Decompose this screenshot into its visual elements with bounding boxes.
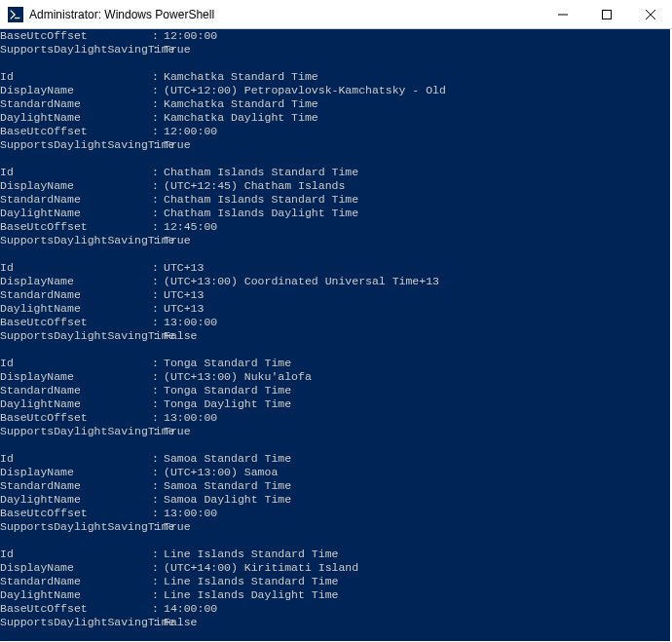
close-button[interactable] bbox=[628, 0, 672, 28]
field-value: (UTC+13:00) Coordinated Universal Time+1… bbox=[164, 275, 439, 287]
minimize-button[interactable] bbox=[541, 0, 584, 28]
zone-field-row: Id: Line Islands Standard Time bbox=[0, 548, 670, 561]
zone-field-row: SupportsDaylightSavingTime: True bbox=[0, 520, 670, 534]
terminal-output[interactable]: BaseUtcOffset: 12:00:00 SupportsDaylight… bbox=[0, 29, 670, 641]
zone-block-partial: BaseUtcOffset: 12:00:00 SupportsDaylight… bbox=[0, 29, 670, 57]
field-label: Id bbox=[0, 452, 152, 466]
field-value: 12:45:00 bbox=[164, 220, 217, 233]
zone-block: Id: Tonga Standard TimeDisplayName: (UTC… bbox=[0, 357, 670, 438]
zone-field-row: BaseUtcOffset: 13:00:00 bbox=[0, 411, 670, 425]
field-value: 13:00:00 bbox=[164, 411, 217, 424]
field-label: DisplayName bbox=[0, 466, 152, 479]
field-label: SupportsDaylightSavingTime bbox=[0, 234, 152, 247]
field-label: BaseUtcOffset bbox=[0, 125, 152, 138]
field-value: Chatham Islands Daylight Time bbox=[164, 207, 358, 219]
field-label: SupportsDaylightSavingTime bbox=[0, 43, 152, 57]
powershell-icon bbox=[8, 7, 23, 22]
field-label: StandardName bbox=[0, 479, 152, 493]
zone-field-row: SupportsDaylightSavingTime: False bbox=[0, 616, 670, 629]
field-value: Tonga Daylight Time bbox=[164, 397, 291, 410]
field-label: SupportsDaylightSavingTime bbox=[0, 616, 152, 629]
field-value: Line Islands Standard Time bbox=[164, 575, 338, 587]
zone-field-row: StandardName: UTC+13 bbox=[0, 288, 670, 302]
zone-field-row: DisplayName: (UTC+13:00) Coordinated Uni… bbox=[0, 275, 670, 288]
zone-field-row: BaseUtcOffset: 12:45:00 bbox=[0, 220, 670, 234]
zone-field-row: Id: UTC+13 bbox=[0, 261, 670, 275]
field-label: BaseUtcOffset bbox=[0, 220, 152, 234]
zone-field-row: StandardName: Line Islands Standard Time bbox=[0, 575, 670, 588]
field-value: UTC+13 bbox=[164, 302, 204, 315]
field-label: Id bbox=[0, 357, 152, 370]
zone-field-row: BaseUtcOffset: 12:00:00 bbox=[0, 125, 670, 138]
field-value: 13:00:00 bbox=[164, 316, 217, 328]
zone-field-row: Id: Kamchatka Standard Time bbox=[0, 70, 670, 84]
svg-rect-1 bbox=[602, 10, 611, 19]
zone-block: Id: Samoa Standard TimeDisplayName: (UTC… bbox=[0, 452, 670, 534]
field-label: Id bbox=[0, 166, 152, 179]
field-value: False bbox=[164, 329, 198, 342]
zone-block: Id: Chatham Islands Standard TimeDisplay… bbox=[0, 166, 670, 247]
zone-field-row: DaylightName: Samoa Daylight Time bbox=[0, 493, 670, 507]
zone-field-row: StandardName: Kamchatka Standard Time bbox=[0, 97, 670, 111]
field-label: SupportsDaylightSavingTime bbox=[0, 425, 152, 438]
field-value: Tonga Standard Time bbox=[164, 384, 291, 397]
field-value: Kamchatka Standard Time bbox=[164, 70, 318, 83]
field-value: 12:00:00 bbox=[164, 125, 217, 137]
zone-field-row: BaseUtcOffset: 13:00:00 bbox=[0, 316, 670, 329]
field-label: DaylightName bbox=[0, 302, 152, 316]
zone-block: Id: Kamchatka Standard TimeDisplayName: … bbox=[0, 70, 670, 152]
zone-block: Id: Line Islands Standard TimeDisplayNam… bbox=[0, 548, 670, 629]
field-value: Line Islands Daylight Time bbox=[164, 588, 338, 601]
field-label: DisplayName bbox=[0, 84, 152, 97]
field-value: Tonga Standard Time bbox=[164, 357, 291, 369]
field-value: Kamchatka Standard Time bbox=[164, 97, 318, 110]
field-label: DaylightName bbox=[0, 207, 152, 220]
field-value: True bbox=[164, 520, 191, 533]
field-value: UTC+13 bbox=[164, 288, 204, 301]
zone-field-row: BaseUtcOffset: 14:00:00 bbox=[0, 602, 670, 616]
zone-field-row: Id: Samoa Standard Time bbox=[0, 452, 670, 466]
window-title: Administrator: Windows PowerShell bbox=[29, 8, 541, 21]
field-label: BaseUtcOffset bbox=[0, 411, 152, 425]
field-label: DaylightName bbox=[0, 111, 152, 125]
field-value: (UTC+13:00) Samoa bbox=[164, 466, 278, 478]
zone-field-row: StandardName: Samoa Standard Time bbox=[0, 479, 670, 493]
field-value: Chatham Islands Standard Time bbox=[164, 193, 358, 206]
zone-field-row: BaseUtcOffset: 13:00:00 bbox=[0, 507, 670, 520]
field-label: BaseUtcOffset bbox=[0, 29, 152, 43]
zone-field-row: SupportsDaylightSavingTime: False bbox=[0, 329, 670, 343]
field-value: True bbox=[164, 43, 191, 56]
field-value: Chatham Islands Standard Time bbox=[164, 166, 358, 178]
field-label: Id bbox=[0, 548, 152, 561]
field-value: Line Islands Standard Time bbox=[164, 548, 338, 560]
field-label: DaylightName bbox=[0, 588, 152, 602]
zone-field-row: DaylightName: Tonga Daylight Time bbox=[0, 397, 670, 411]
zone-field-row: DaylightName: Chatham Islands Daylight T… bbox=[0, 207, 670, 220]
zone-field-row: DisplayName: (UTC+13:00) Samoa bbox=[0, 466, 670, 479]
field-label: SupportsDaylightSavingTime bbox=[0, 138, 152, 152]
field-value: (UTC+12:00) Petropavlovsk-Kamchatsky - O… bbox=[164, 84, 446, 96]
field-label: BaseUtcOffset bbox=[0, 316, 152, 329]
field-label: StandardName bbox=[0, 288, 152, 302]
field-label: StandardName bbox=[0, 575, 152, 588]
field-value: False bbox=[164, 616, 198, 628]
zone-field-row: StandardName: Chatham Islands Standard T… bbox=[0, 193, 670, 207]
field-label: Id bbox=[0, 261, 152, 275]
field-value: Kamchatka Daylight Time bbox=[164, 111, 318, 124]
zone-field-row: Id: Chatham Islands Standard Time bbox=[0, 166, 670, 179]
field-label: DisplayName bbox=[0, 179, 152, 193]
zone-field-row: DisplayName: (UTC+14:00) Kiritimati Isla… bbox=[0, 561, 670, 575]
field-value: UTC+13 bbox=[164, 261, 204, 274]
window-titlebar: Administrator: Windows PowerShell bbox=[0, 0, 672, 29]
field-label: SupportsDaylightSavingTime bbox=[0, 329, 152, 343]
maximize-button[interactable] bbox=[584, 0, 628, 28]
zone-field-row: DisplayName: (UTC+12:45) Chatham Islands bbox=[0, 179, 670, 193]
field-label: DaylightName bbox=[0, 397, 152, 411]
field-label: Id bbox=[0, 70, 152, 84]
zone-field-row: SupportsDaylightSavingTime: True bbox=[0, 138, 670, 152]
field-label: BaseUtcOffset bbox=[0, 507, 152, 520]
zone-field-row: Id: Tonga Standard Time bbox=[0, 357, 670, 370]
field-label: DisplayName bbox=[0, 275, 152, 288]
field-label: StandardName bbox=[0, 97, 152, 111]
field-value: Samoa Standard Time bbox=[164, 479, 291, 492]
